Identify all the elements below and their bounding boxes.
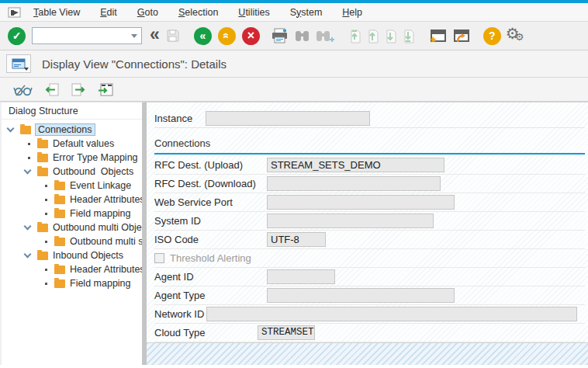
web-service-port-field[interactable] bbox=[267, 195, 455, 210]
tree-item-error-type-mapping[interactable]: Error Type Mapping bbox=[2, 151, 142, 165]
menu-edit[interactable]: Edit bbox=[90, 7, 127, 18]
menu-table-view[interactable]: Table View bbox=[23, 7, 90, 18]
glasses-icon bbox=[13, 83, 33, 96]
tree-item-inbound-header-attributes[interactable]: Header Attributes bbox=[2, 262, 142, 276]
field-label: Agent ID bbox=[154, 271, 194, 283]
new-session-button[interactable]: ★ bbox=[428, 29, 447, 43]
bullet-icon bbox=[28, 143, 30, 145]
collapse-chevron-icon[interactable] bbox=[24, 166, 32, 174]
back-button[interactable]: « bbox=[194, 27, 212, 45]
display-change-button[interactable] bbox=[13, 83, 33, 96]
previous-page-button[interactable] bbox=[366, 28, 379, 43]
content-area: Dialog Structure Connections Default val… bbox=[0, 102, 588, 365]
tree-item-outbound-multi-sub[interactable]: Outbound multi su bbox=[2, 234, 142, 248]
create-shortcut-button[interactable] bbox=[451, 29, 470, 43]
instance-field[interactable]: STREAM_SETS bbox=[206, 111, 370, 126]
other-entry-button[interactable] bbox=[98, 82, 115, 97]
next-entry-button[interactable] bbox=[71, 82, 87, 97]
folder-icon bbox=[54, 196, 65, 204]
field-label: RFC Dest. (Download) bbox=[154, 178, 256, 189]
menu-help[interactable]: Help bbox=[332, 7, 372, 18]
tree-item-inbound-objects[interactable]: Inbound Objects bbox=[2, 248, 142, 262]
gear-small-icon: ⚙ bbox=[515, 31, 524, 43]
find-next-button[interactable] bbox=[315, 29, 335, 43]
field-label: Agent Type bbox=[154, 290, 206, 301]
threshold-alerting-checkbox[interactable] bbox=[154, 253, 164, 263]
command-field[interactable] bbox=[33, 29, 131, 43]
floppy-icon bbox=[165, 28, 181, 43]
tree-item-connections[interactable]: Connections bbox=[2, 123, 142, 137]
next-page-button[interactable] bbox=[384, 28, 397, 43]
bullet-icon bbox=[45, 199, 47, 201]
exit-button[interactable]: « bbox=[218, 27, 236, 45]
folder-icon bbox=[54, 266, 65, 274]
bullet-icon bbox=[45, 213, 47, 215]
screen-context-icon[interactable] bbox=[5, 7, 23, 18]
collapse-chevron-icon[interactable] bbox=[7, 124, 15, 132]
cloud-type-row: Cloud Type STREAMSETS bbox=[154, 324, 585, 342]
rfc-dest-download-field[interactable] bbox=[267, 176, 441, 191]
menu-utilities[interactable]: Utilities bbox=[228, 7, 279, 18]
cancel-button[interactable]: × bbox=[242, 27, 260, 45]
bottom-filler bbox=[147, 342, 588, 365]
tree-item-inbound-field-mapping[interactable]: Field mapping bbox=[2, 276, 142, 290]
folder-icon bbox=[54, 238, 65, 246]
command-field-wrap[interactable] bbox=[32, 27, 142, 44]
folder-icon bbox=[37, 224, 48, 232]
menu-goto[interactable]: Goto bbox=[127, 7, 168, 18]
rfc-dest-upload-field[interactable]: STREAM_SETS_DEMO bbox=[267, 158, 444, 172]
enter-button[interactable]: ✓ bbox=[8, 27, 26, 45]
menu-bar: Table View Edit Goto Selection Utilities… bbox=[0, 3, 588, 22]
application-toolbar bbox=[0, 78, 588, 102]
tree-item-default-values[interactable]: Default values bbox=[2, 137, 142, 151]
help-button[interactable]: ? bbox=[483, 27, 501, 45]
tree-item-event-linkage[interactable]: Event Linkage bbox=[2, 179, 142, 193]
folder-icon bbox=[54, 182, 65, 190]
field-label: RFC Dest. (Upload) bbox=[154, 159, 243, 171]
collapse-chevrons-icon[interactable]: « bbox=[150, 24, 158, 45]
folder-icon bbox=[20, 126, 31, 134]
system-id-field[interactable] bbox=[267, 214, 434, 228]
title-menu-button[interactable] bbox=[6, 54, 31, 73]
tree-item-header-attributes[interactable]: Header Attributes bbox=[2, 193, 142, 207]
collapse-chevron-icon[interactable] bbox=[24, 250, 32, 258]
iso-code-row: ISO Code UTF-8 bbox=[154, 231, 585, 249]
first-page-button[interactable] bbox=[348, 28, 361, 43]
menu-selection[interactable]: Selection bbox=[168, 7, 228, 18]
dialog-structure-header: Dialog Structure bbox=[2, 102, 142, 120]
page-up-icon bbox=[366, 28, 379, 43]
tree-item-outbound-multi-objects[interactable]: Outbound multi Obje bbox=[2, 220, 142, 234]
page-arrow-left-icon bbox=[43, 82, 60, 97]
last-page-button[interactable] bbox=[402, 28, 415, 43]
save-button[interactable] bbox=[165, 28, 181, 43]
bullet-icon bbox=[45, 185, 47, 187]
cloud-type-field[interactable]: STREAMSETS bbox=[258, 325, 315, 340]
checkbox-label: Threshold Alerting bbox=[170, 249, 251, 268]
menu-system[interactable]: System bbox=[280, 7, 333, 18]
svg-text:★: ★ bbox=[429, 34, 438, 43]
iso-code-field[interactable]: UTF-8 bbox=[267, 232, 326, 247]
page-first-icon bbox=[348, 28, 361, 43]
tree-item-outbound-objects[interactable]: Outbound Objects bbox=[2, 165, 142, 179]
collapse-chevron-icon[interactable] bbox=[24, 222, 32, 230]
selection-corner-icon bbox=[368, 111, 370, 113]
print-button[interactable] bbox=[271, 27, 289, 44]
window-shortcut-icon bbox=[451, 29, 470, 43]
details-panel: Instance STREAM_SETS Connections RFC Des… bbox=[147, 102, 588, 365]
network-id-field[interactable] bbox=[206, 307, 577, 321]
dialog-structure-panel: Dialog Structure Connections Default val… bbox=[0, 102, 147, 365]
instance-label: Instance bbox=[154, 113, 192, 124]
rfc-dest-upload-row: RFC Dest. (Upload) STREAM_SETS_DEMO bbox=[154, 156, 585, 175]
find-button[interactable] bbox=[294, 29, 310, 43]
printer-icon bbox=[271, 27, 289, 44]
bullet-icon bbox=[45, 283, 47, 285]
agent-id-field[interactable] bbox=[267, 269, 335, 284]
customize-layout-button[interactable]: ⚙ ⚙ bbox=[506, 26, 526, 46]
previous-entry-button[interactable] bbox=[43, 82, 60, 97]
check-icon: ✓ bbox=[12, 30, 22, 41]
command-dropdown-icon[interactable] bbox=[131, 34, 137, 38]
tree-item-field-mapping[interactable]: Field mapping bbox=[2, 207, 142, 220]
agent-type-field[interactable] bbox=[267, 288, 455, 303]
selection-corner-icon bbox=[206, 123, 208, 126]
binoculars-icon bbox=[294, 29, 310, 43]
